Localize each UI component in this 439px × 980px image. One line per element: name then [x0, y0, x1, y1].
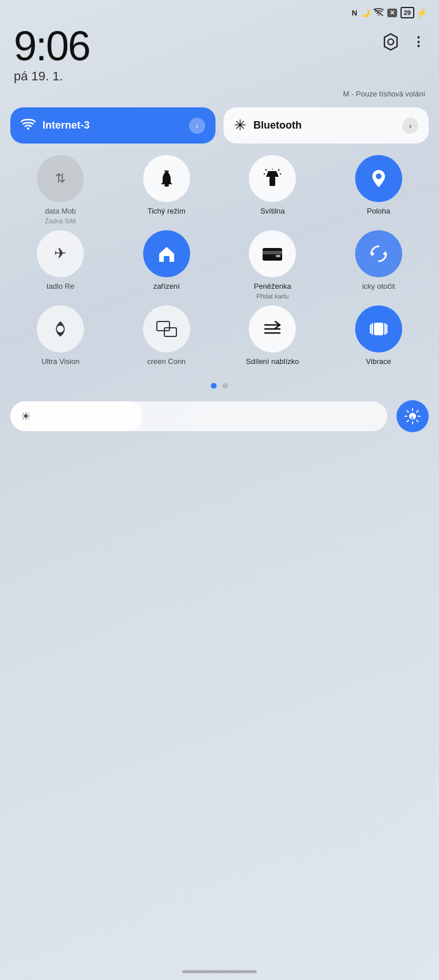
share-nearby-icon	[249, 305, 296, 353]
svg-rect-29	[374, 323, 383, 335]
screen-connect-label: creen Conn	[147, 357, 186, 367]
svg-line-42	[407, 420, 409, 421]
svg-line-11	[278, 169, 279, 171]
vibration-label: Vibrace	[366, 357, 391, 367]
ultra-vision-icon	[37, 305, 84, 353]
svg-rect-5	[164, 184, 169, 187]
bluetooth-chevron[interactable]: ›	[402, 118, 418, 134]
battery-indicator: 29 ⚡	[401, 7, 428, 18]
screen-connect-icon	[143, 305, 190, 353]
home-indicator[interactable]	[182, 970, 257, 973]
settings-button[interactable]	[380, 31, 402, 53]
control-vibration[interactable]: Vibrace	[329, 305, 429, 367]
control-autorotate[interactable]: icky otočit	[329, 230, 429, 300]
bluetooth-toggle[interactable]: ✳ Bluetooth ›	[224, 107, 429, 144]
mobile-data-icon: ⇅	[37, 155, 84, 202]
control-mobile-data[interactable]: ⇅ data Mob Žádná SIM	[10, 155, 111, 224]
sim-notice: M - Pouze tísňová volání	[0, 90, 439, 107]
svg-rect-15	[164, 256, 170, 262]
wallet-sublabel: Přidat kartu	[256, 293, 288, 300]
charging-icon: ⚡	[416, 7, 428, 18]
svg-point-14	[376, 173, 382, 179]
control-airplane[interactable]: ✈ tadlo Re	[10, 230, 111, 300]
svg-marker-19	[371, 251, 375, 257]
quick-toggles: Internet-3 › ✳ Bluetooth ›	[0, 107, 439, 155]
wifi-chevron[interactable]: ›	[189, 118, 205, 134]
silent-label: Tichý režim	[148, 207, 186, 216]
svg-point-3	[388, 39, 394, 45]
svg-line-10	[265, 169, 267, 171]
control-wallet[interactable]: Peněženka Přidat kartu	[222, 230, 323, 300]
svg-line-40	[417, 420, 418, 421]
brightness-row: ☀ A	[0, 400, 439, 450]
svg-text:A: A	[410, 415, 414, 421]
wallet-icon	[249, 230, 296, 277]
svg-rect-22	[157, 321, 170, 331]
svg-marker-20	[383, 251, 386, 257]
brightness-min-icon: ☀	[21, 409, 31, 423]
header-icons: ⋮	[380, 25, 425, 53]
page-dots	[0, 378, 439, 400]
svg-marker-2	[384, 34, 397, 50]
bluetooth-label: Bluetooth	[253, 119, 302, 131]
svg-marker-7	[266, 171, 279, 177]
flashlight-label: Svítilna	[260, 207, 285, 216]
wifi-off-icon	[373, 8, 384, 18]
moon-icon: 🌙	[361, 9, 370, 17]
svg-point-21	[57, 326, 64, 332]
brightness-slider[interactable]: ☀	[10, 401, 387, 431]
nfc-icon: N	[352, 9, 357, 17]
flashlight-icon	[249, 155, 296, 202]
control-silent[interactable]: Tichý režim	[117, 155, 217, 224]
mobile-data-sublabel: Žádná SIM	[45, 218, 76, 224]
wifi-icon	[21, 118, 36, 133]
control-ultra-vision[interactable]: Ultra Vision	[10, 305, 111, 367]
svg-rect-8	[269, 177, 275, 186]
location-label: Poloha	[367, 207, 390, 216]
svg-point-4	[27, 127, 29, 130]
control-share-nearby[interactable]: Sdílení nablízko	[222, 305, 323, 367]
page-dot-2[interactable]	[222, 383, 228, 389]
clock: 9:06	[14, 25, 90, 67]
x-icon: ✕	[387, 9, 397, 17]
control-screen-connect[interactable]: creen Conn	[117, 305, 217, 367]
autorotate-icon	[355, 230, 402, 277]
svg-point-0	[378, 14, 379, 16]
wifi-toggle[interactable]: Internet-3 ›	[10, 107, 215, 144]
date: pá 19. 1.	[14, 69, 90, 84]
battery-level: 29	[401, 7, 414, 18]
page-dot-1[interactable]	[211, 383, 217, 389]
svg-rect-18	[276, 255, 280, 257]
controls-grid: ⇅ data Mob Žádná SIM Tichý režim	[0, 155, 439, 378]
vibration-icon	[355, 305, 402, 353]
mobile-data-label: data Mob	[45, 207, 76, 216]
control-location[interactable]: Poloha	[329, 155, 429, 224]
autorotate-label: icky otočit	[362, 282, 395, 292]
wifi-label: Internet-3	[43, 119, 90, 131]
status-bar: N 🌙 ✕ 29 ⚡	[0, 0, 439, 23]
ultra-vision-label: Ultra Vision	[41, 357, 79, 367]
header: 9:06 pá 19. 1. ⋮	[0, 23, 439, 90]
home-device-icon	[143, 230, 190, 277]
control-flashlight[interactable]: Svítilna	[222, 155, 323, 224]
airplane-label: tadlo Re	[47, 282, 74, 292]
svg-rect-23	[164, 328, 176, 336]
control-home-device[interactable]: zařízení	[117, 230, 217, 300]
bluetooth-icon: ✳	[234, 117, 247, 134]
more-button[interactable]: ⋮	[412, 36, 425, 48]
location-icon	[355, 155, 402, 202]
time-block: 9:06 pá 19. 1.	[14, 25, 90, 84]
wallet-label: Peněženka	[254, 282, 291, 292]
svg-line-39	[407, 410, 409, 412]
home-device-label: zařízení	[153, 282, 180, 292]
brightness-auto-button[interactable]: A	[396, 400, 429, 432]
silent-icon	[143, 155, 190, 202]
share-nearby-label: Sdílení nablízko	[246, 357, 299, 367]
airplane-icon: ✈	[37, 230, 84, 277]
svg-line-41	[417, 410, 418, 412]
svg-rect-17	[263, 251, 282, 254]
